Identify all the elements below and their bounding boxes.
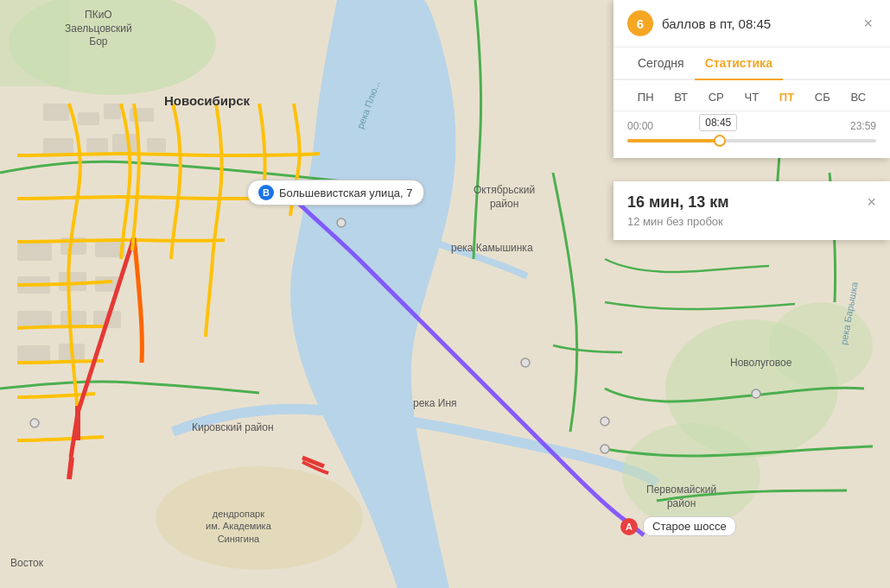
- day-fri[interactable]: ПТ: [776, 89, 798, 105]
- svg-rect-4: [78, 112, 99, 125]
- point-a-container: А Старое шоссе: [620, 516, 736, 536]
- close-route-button[interactable]: ×: [867, 193, 876, 212]
- svg-rect-18: [60, 311, 86, 326]
- time-slider-section: 00:00 23:59 08:45: [613, 111, 890, 158]
- svg-line-33: [69, 458, 72, 479]
- slider-time-tooltip: 08:45: [699, 114, 737, 131]
- svg-point-27: [521, 358, 530, 367]
- map-container: CE река Плю... река Барышка ПКиОЗаельцов…: [0, 0, 890, 588]
- day-sat[interactable]: СБ: [811, 89, 834, 105]
- svg-rect-3: [43, 104, 69, 121]
- address-bubble-text: Большевистская улица, 7: [279, 187, 413, 199]
- marker-b: В: [258, 185, 274, 200]
- svg-point-30: [30, 419, 39, 427]
- svg-rect-5: [104, 104, 121, 119]
- svg-rect-10: [147, 138, 166, 152]
- svg-point-29: [752, 389, 760, 398]
- svg-rect-8: [86, 138, 108, 154]
- svg-point-25: [156, 466, 363, 570]
- svg-rect-9: [112, 134, 138, 153]
- traffic-title: баллов в пт, 08:45: [662, 16, 860, 31]
- svg-point-26: [337, 218, 346, 227]
- svg-point-23: [769, 302, 873, 389]
- route-info-panel: 16 мин, 13 км 12 мин без пробок ×: [613, 181, 890, 240]
- slider-fill: [627, 139, 720, 142]
- svg-rect-7: [43, 138, 73, 155]
- route-no-traffic: 12 мин без пробок: [627, 215, 729, 228]
- svg-point-28: [601, 417, 609, 426]
- day-mon[interactable]: ПН: [634, 89, 658, 105]
- traffic-panel: 6 баллов в пт, 08:45 × Сегодня Статистик…: [613, 0, 890, 158]
- svg-rect-11: [17, 242, 52, 261]
- day-thu[interactable]: ЧТ: [741, 89, 763, 105]
- day-wed[interactable]: СР: [705, 89, 728, 105]
- day-sun[interactable]: ВС: [847, 89, 869, 105]
- traffic-header: 6 баллов в пт, 08:45 ×: [613, 0, 890, 47]
- route-info-header: 16 мин, 13 км 12 мин без пробок ×: [627, 193, 876, 228]
- svg-rect-2: [0, 0, 69, 86]
- route-duration: 16 мин, 13 км: [627, 193, 729, 212]
- svg-point-31: [601, 445, 609, 453]
- tabs-row: Сегодня Статистика: [613, 47, 890, 80]
- days-row: ПН ВТ СР ЧТ ПТ СБ ВС: [613, 80, 890, 111]
- time-end: 23:59: [850, 120, 876, 132]
- svg-rect-15: [59, 272, 86, 291]
- time-start: 00:00: [627, 120, 653, 132]
- slider-thumb[interactable]: 08:45: [714, 135, 726, 147]
- route-info-content: 16 мин, 13 км 12 мин без пробок: [627, 193, 729, 228]
- svg-point-24: [622, 423, 760, 527]
- close-panel-button[interactable]: ×: [860, 11, 876, 36]
- tab-today[interactable]: Сегодня: [627, 47, 695, 79]
- point-a-label: Старое шоссе: [643, 516, 736, 536]
- marker-a: А: [620, 518, 638, 535]
- address-bubble-b: В Большевистская улица, 7: [247, 180, 424, 205]
- traffic-score-badge: 6: [627, 10, 653, 36]
- tab-stats[interactable]: Статистика: [695, 47, 783, 79]
- time-slider-track[interactable]: 08:45: [627, 139, 876, 142]
- time-labels: 00:00 23:59: [627, 120, 876, 132]
- day-tue[interactable]: ВТ: [671, 89, 691, 105]
